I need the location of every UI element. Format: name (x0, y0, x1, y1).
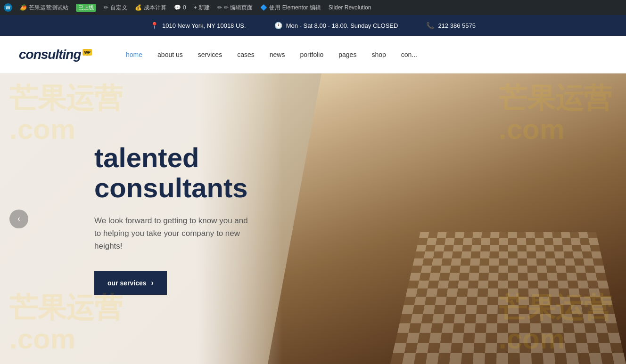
hours-item: 🕐 Mon - Sat 8.00 - 18.00. Sunday CLOSED (274, 22, 398, 29)
elementor-label: 使用 Elementor 编辑 (269, 4, 321, 12)
status-button[interactable]: 已上线 (76, 4, 96, 12)
hero-prev-button[interactable]: ‹ (9, 210, 28, 228)
hero-section: 芒果运营.com 芒果运营.com 芒果运营.com 芒果运营.com tale… (0, 73, 626, 364)
nav-pages[interactable]: pages (333, 47, 362, 62)
phone-text: 212 386 5575 (438, 22, 476, 29)
edit-icon: ✏ (217, 4, 222, 11)
logo-text: consultingWP (19, 47, 92, 62)
cost-button[interactable]: 💰 成本计算 (135, 4, 166, 12)
nav-news[interactable]: news (264, 47, 291, 62)
elementor-icon: 🔷 (260, 4, 267, 11)
nav-shop[interactable]: shop (366, 47, 391, 62)
site-name-button[interactable]: 🥭 芒果运营测试站 (20, 4, 68, 12)
nav-home[interactable]: home (120, 47, 148, 62)
logo-wp-badge: WP (82, 49, 92, 56)
wp-logo-button[interactable]: W (4, 3, 12, 12)
nav-services[interactable]: services (192, 47, 228, 62)
nav-cases[interactable]: cases (231, 47, 260, 62)
admin-bar: W 🥭 芒果运营测试站 已上线 ✏ 自定义 💰 成本计算 💬 0 + 新建 ✏ … (0, 0, 626, 15)
slider-label: Slider Revolution (329, 4, 371, 11)
hours-text: Mon - Sat 8.00 - 18.00. Sunday CLOSED (286, 22, 398, 29)
hero-content: talented consultants We look forward to … (0, 73, 283, 364)
nav-contact[interactable]: con... (395, 47, 423, 62)
address-text: 1010 New York, NY 10018 US. (162, 22, 246, 29)
top-bar: 📍 1010 New York, NY 10018 US. 🕐 Mon - Sa… (0, 15, 626, 36)
edit-page-button[interactable]: ✏ ✏ 编辑页面 (217, 4, 253, 12)
logo[interactable]: consultingWP (19, 47, 92, 62)
comments-button[interactable]: 💬 0 (174, 4, 186, 11)
customize-button[interactable]: ✏ 自定义 (104, 4, 127, 12)
elementor-button[interactable]: 🔷 使用 Elementor 编辑 (260, 4, 321, 12)
header: consultingWP home about us services case… (0, 36, 626, 73)
status-badge: 已上线 (76, 4, 96, 12)
new-button[interactable]: + 新建 (194, 4, 210, 12)
nav-portfolio[interactable]: portfolio (294, 47, 329, 62)
prev-arrow-icon: ‹ (17, 214, 20, 224)
edit-page-label: ✏ 编辑页面 (224, 4, 253, 12)
address-item: 📍 1010 New York, NY 10018 US. (150, 22, 246, 29)
new-label: + 新建 (194, 4, 210, 12)
clock-icon: 🕐 (274, 22, 282, 29)
hero-title: talented consultants (94, 143, 255, 203)
site-name-label: 芒果运营测试站 (29, 4, 68, 12)
comment-icon: 💬 (174, 4, 181, 11)
hero-btn-arrow: › (151, 279, 154, 287)
phone-item: 📞 212 386 5575 (426, 22, 476, 29)
customize-label: 自定义 (110, 4, 127, 12)
wp-icon: W (4, 3, 12, 12)
comments-count: 0 (183, 4, 186, 11)
cost-label: 成本计算 (144, 4, 166, 12)
main-nav: home about us services cases news portfo… (120, 47, 423, 62)
nav-about[interactable]: about us (152, 47, 189, 62)
slider-revolution-button[interactable]: Slider Revolution (329, 4, 371, 11)
hero-subtitle: We look forward to getting to know you a… (94, 214, 255, 253)
pencil-icon: ✏ (104, 4, 108, 11)
location-icon: 📍 (150, 22, 158, 29)
phone-icon: 📞 (426, 22, 434, 29)
chess-pattern (390, 232, 626, 364)
hero-btn-label: our services (107, 279, 147, 287)
cost-icon: 💰 (135, 4, 142, 11)
our-services-button[interactable]: our services › (94, 271, 167, 295)
mango-icon: 🥭 (20, 4, 27, 11)
